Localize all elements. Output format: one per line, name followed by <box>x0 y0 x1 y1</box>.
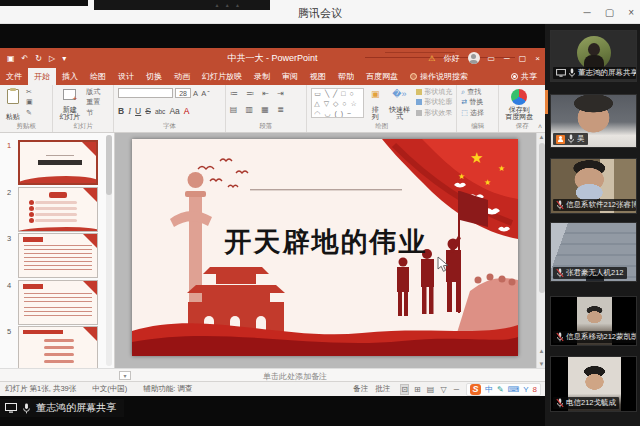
comments-toggle[interactable]: 批注 <box>375 384 390 394</box>
layout-button[interactable]: 版式 <box>86 88 100 96</box>
account-name[interactable]: 你好 <box>444 53 460 64</box>
find-button[interactable]: ⌕ 查找 <box>461 88 484 96</box>
slide-thumbnail-1[interactable]: 1 <box>18 140 98 185</box>
format-painter-icon[interactable]: ✎ <box>26 109 33 117</box>
cut-icon[interactable]: ✂ <box>26 88 33 96</box>
slideshow-icon[interactable]: ▷ <box>49 54 55 63</box>
screen-share-icon <box>556 69 566 77</box>
slide-thumbnail-5[interactable]: 5 <box>18 326 98 368</box>
shape-outline-button[interactable]: 形状轮廓 <box>416 98 452 106</box>
mic-on-icon <box>568 68 576 78</box>
section-button[interactable]: 节 <box>86 109 100 117</box>
bullets-numbering-icons[interactable]: ≔ ≕ ⇤ ⇥ <box>230 88 303 100</box>
underline-button[interactable]: U <box>135 106 141 116</box>
new-slide-button[interactable]: 新建幻灯片 <box>57 88 82 122</box>
quick-styles-button[interactable]: �» 快速样式 <box>387 88 413 122</box>
participant-tile-3[interactable]: 信息系软件212张睿博 <box>550 158 637 214</box>
canvas-scrollbar[interactable]: ▲ ▲ ▼ <box>536 133 545 368</box>
meeting-window: 腾讯会议 ─ ▢ × ▲ ▲ ▲ ▣ ↶ ↻ ▷ ▾ 中共一大 - Po <box>0 0 640 426</box>
reset-button[interactable]: 重置 <box>86 98 100 106</box>
arrange-button[interactable]: ▣ 排列 <box>368 88 383 122</box>
copy-icon[interactable]: ▣ <box>26 98 33 106</box>
participant-tile-5[interactable]: 信息系移动212蒙凯凯 <box>550 296 637 346</box>
floating-toolbar[interactable]: ▲ ▲ ▲ <box>94 0 270 10</box>
close-button[interactable]: × <box>628 7 634 18</box>
avatar <box>577 36 611 70</box>
tab-home[interactable]: 开始 <box>28 68 56 85</box>
qat-more-icon[interactable]: ▾ <box>62 54 66 63</box>
tab-insert[interactable]: 插入 <box>56 68 84 85</box>
slide-thumbnail-2[interactable]: 2 <box>18 187 98 232</box>
ppt-restore-button[interactable]: ▢ <box>519 54 527 63</box>
participant-tile-1[interactable]: 董志鸿的屏幕共享 <box>550 30 637 82</box>
tab-design[interactable]: 设计 <box>112 68 140 85</box>
sidebar-handle[interactable] <box>545 90 548 114</box>
tab-draw[interactable]: 绘图 <box>84 68 112 85</box>
shapes-gallery[interactable]: ▭ ╲ ╱ □ ○ △ ▽ ◇ ○ ☆ ◠ ◡ ( ) ~ <box>311 88 363 118</box>
sogou-input-toolbar[interactable]: S 中 ✎ ⌨ Y 8 <box>466 383 541 396</box>
notes-toggle[interactable]: 备注 <box>353 384 368 394</box>
input-mode-icon[interactable]: 中 <box>485 384 493 395</box>
font-name-input[interactable] <box>118 88 173 98</box>
sogou-logo-icon[interactable]: S <box>470 384 481 395</box>
tab-help[interactable]: 帮助 <box>332 68 360 85</box>
ribbon-options-icon[interactable]: ▭ <box>488 54 496 63</box>
account-avatar[interactable] <box>468 52 480 64</box>
language-indicator[interactable]: 中文(中国) <box>92 384 127 394</box>
bold-button[interactable]: B <box>118 106 124 116</box>
toolbox-icon[interactable]: 8 <box>533 385 537 394</box>
strikethrough-button[interactable]: S <box>145 106 151 116</box>
slide-thumbnail-4[interactable]: 4 <box>18 280 98 325</box>
zoom-out-button[interactable]: ─ <box>454 385 459 394</box>
select-button[interactable]: ⬚ 选择 <box>461 109 484 117</box>
slide-thumbnail-3[interactable]: 3 <box>18 233 98 278</box>
grow-shrink-font-icons[interactable]: A Aˇ <box>193 89 211 98</box>
minimize-button[interactable]: ─ <box>584 7 591 18</box>
keyboard-icon[interactable]: ⌨ <box>508 385 520 394</box>
notes-resize-handle[interactable]: ▾ <box>119 371 131 380</box>
tab-view[interactable]: 视图 <box>304 68 332 85</box>
thumbnail-scrollbar[interactable] <box>106 135 112 366</box>
tab-slideshow[interactable]: 幻灯片放映 <box>196 68 248 85</box>
handwriting-icon[interactable]: ✎ <box>497 385 504 394</box>
slide[interactable]: ★ ★ ★ ★ <box>132 139 518 356</box>
italic-button[interactable]: I <box>128 106 131 116</box>
ppt-close-button[interactable]: × <box>535 54 540 63</box>
slide-sorter-icon: ⊞ <box>414 385 421 394</box>
undo-icon[interactable]: ↶ <box>22 54 29 63</box>
font-size-input[interactable]: 28 <box>175 88 191 98</box>
ppt-minimize-button[interactable]: ─ <box>504 54 510 63</box>
tab-file[interactable]: 文件 <box>0 68 28 85</box>
tell-me-search[interactable]: 操作说明搜索 <box>404 68 474 85</box>
paste-button[interactable]: 粘贴 <box>4 88 22 122</box>
change-case-button[interactable]: Aa <box>169 106 179 116</box>
tab-transitions[interactable]: 切换 <box>140 68 168 85</box>
tab-baidu-netdisk[interactable]: 百度网盘 <box>360 68 404 85</box>
maximize-button[interactable]: ▢ <box>605 7 614 18</box>
shape-effects-button[interactable]: 形状效果 <box>416 109 452 117</box>
char-spacing-button[interactable]: abc <box>155 108 165 115</box>
participant-tile-2[interactable]: 吴 <box>550 94 637 148</box>
font-color-button[interactable]: A <box>184 106 190 116</box>
collapse-ribbon-icon[interactable]: ˄ <box>538 123 542 130</box>
tab-animations[interactable]: 动画 <box>168 68 196 85</box>
notes-pane[interactable]: ▾ 单击此处添加备注 <box>0 368 545 381</box>
participant-tile-6[interactable]: 电信212戈毓成 <box>550 356 637 412</box>
group-label: 段落 <box>226 122 307 131</box>
save-icon[interactable]: ▣ <box>7 54 15 63</box>
replace-button[interactable]: ⇄ 替换 <box>461 98 484 106</box>
accessibility-status[interactable]: 辅助功能: 调查 <box>143 384 192 394</box>
save-to-netdisk-button[interactable]: 保存到百度网盘 <box>503 88 535 122</box>
redo-icon[interactable]: ↻ <box>35 54 42 63</box>
participant-name: 信息系移动212蒙凯凯 <box>566 332 636 342</box>
alignment-icons[interactable]: ▤ ▥ ▦ ≣ <box>230 104 303 116</box>
shape-fill-button[interactable]: 形状填充 <box>416 88 452 96</box>
ppt-share-button[interactable]: 共享 <box>511 68 537 85</box>
mic-on-icon <box>567 134 575 144</box>
mic-muted-icon <box>556 398 564 408</box>
tab-review[interactable]: 审阅 <box>276 68 304 85</box>
view-buttons[interactable]: ⊡ ⊞ ▤ ▽ <box>397 385 446 394</box>
participant-tile-4[interactable]: 张君豪无人机212 <box>550 222 637 282</box>
skin-icon[interactable]: Y <box>523 385 528 394</box>
tab-record[interactable]: 录制 <box>248 68 276 85</box>
